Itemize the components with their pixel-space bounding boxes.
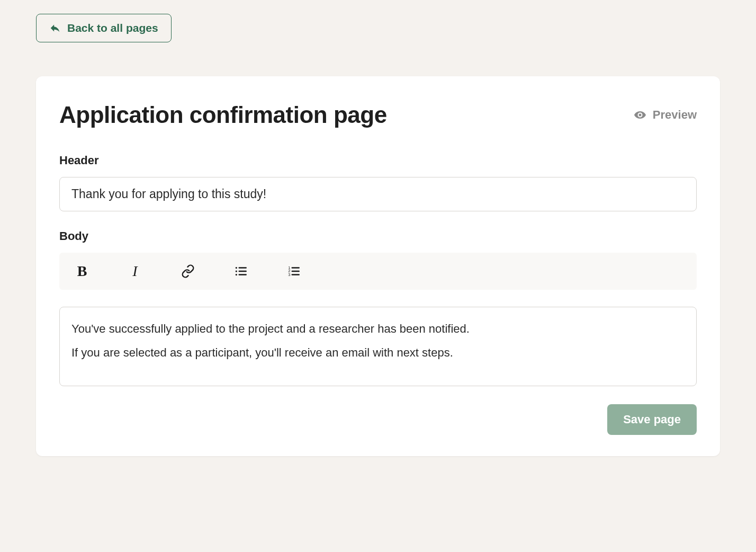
header-field-group: Header	[59, 154, 697, 211]
body-field-group: Body B I	[59, 229, 697, 386]
form-actions: Save page	[59, 404, 697, 435]
editor-toolbar: B I	[59, 253, 697, 290]
card-header: Application confirmation page Preview	[59, 102, 697, 128]
numbered-list-button[interactable]: 1 2 3	[286, 263, 302, 279]
svg-point-1	[236, 270, 237, 272]
italic-button[interactable]: I	[127, 263, 143, 279]
svg-text:3: 3	[288, 272, 290, 277]
eye-icon	[634, 109, 646, 121]
editor-card: Application confirmation page Preview He…	[36, 76, 720, 456]
body-paragraph: If you are selected as a participant, yo…	[71, 345, 685, 361]
reply-arrow-icon	[49, 22, 61, 34]
italic-icon: I	[132, 263, 137, 280]
back-label: Back to all pages	[67, 22, 158, 34]
bold-icon: B	[77, 263, 87, 280]
link-icon	[181, 264, 195, 278]
save-page-button[interactable]: Save page	[607, 404, 697, 435]
svg-point-0	[236, 267, 237, 269]
page-title: Application confirmation page	[59, 102, 387, 128]
bullet-list-button[interactable]	[233, 263, 249, 279]
body-editor[interactable]: You've successfully applied to the proje…	[59, 307, 697, 386]
body-paragraph: You've successfully applied to the proje…	[71, 321, 685, 337]
header-field-label: Header	[59, 154, 697, 167]
bold-button[interactable]: B	[74, 263, 90, 279]
svg-point-2	[236, 274, 237, 275]
link-button[interactable]	[180, 263, 196, 279]
back-to-all-pages-button[interactable]: Back to all pages	[36, 14, 172, 42]
header-input[interactable]	[59, 177, 697, 211]
preview-label: Preview	[653, 108, 697, 122]
bullet-list-icon	[234, 264, 248, 278]
numbered-list-icon: 1 2 3	[287, 264, 301, 278]
preview-button[interactable]: Preview	[634, 108, 697, 122]
body-field-label: Body	[59, 229, 697, 243]
